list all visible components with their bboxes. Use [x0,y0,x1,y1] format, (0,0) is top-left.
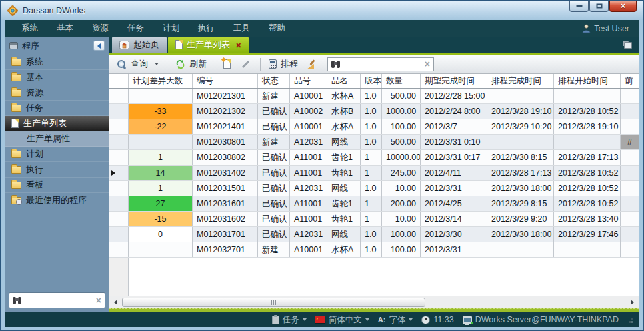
cell-num[interactable]: M012032701 [193,242,258,257]
cell-start[interactable] [554,135,621,149]
row-selector-cell[interactable] [109,166,129,180]
cell-name[interactable]: 网线 [327,181,361,196]
query-button[interactable]: 查询 [113,56,162,72]
column-header-expect[interactable]: 期望完成时间 [421,74,487,88]
cell-extra[interactable] [621,212,639,226]
table-row[interactable]: 14M012031402已确认A11001齿轮11245.002012/4/11… [109,166,639,181]
tab-home[interactable]: 起始页 [112,37,167,53]
cell-status[interactable]: 新建 [258,89,290,103]
cell-end[interactable]: 2012/3/30 18:00 [487,181,554,196]
cell-end[interactable]: 2012/3/28 17:13 [487,166,554,180]
menu-item[interactable]: 工具 [224,23,259,34]
status-language[interactable]: 简体中文 [315,314,369,326]
column-header-status[interactable]: 状态 [258,74,290,88]
toolbar-search-clear-icon[interactable]: × [425,59,430,69]
menu-item[interactable]: 基本 [47,23,83,34]
cell-name[interactable]: 水杯A [327,242,361,257]
sidebar-item[interactable]: 最近使用的程序 [5,193,109,208]
cell-expect[interactable]: 2012/4/25 [421,196,487,211]
table-row[interactable]: M012021301新建A10001水杯A1.0500.002012/2/28 … [109,89,639,104]
toolbar-search-input[interactable] [344,59,421,69]
cell-name[interactable]: 网线 [327,227,361,242]
cell-num[interactable]: M012021301 [193,89,258,103]
sidebar-item[interactable]: 计划 [5,147,109,162]
cell-extra[interactable] [621,119,639,134]
cell-end[interactable] [487,242,554,257]
cell-extra[interactable] [621,242,639,257]
cell-ver[interactable]: 1.0 [361,89,382,103]
cell-item[interactable]: A10002 [290,104,327,119]
cell-qty[interactable]: 500.00 [382,89,421,103]
table-row[interactable]: -33M012021302已确认A10002水杯B1.01000.002012/… [109,104,639,119]
column-header-num[interactable]: 编号 [193,74,258,88]
cell-diff[interactable] [129,89,193,103]
sidebar-item[interactable]: 看板 [5,178,109,193]
cell-item[interactable]: A10001 [290,89,327,103]
schedule-button[interactable]: 排程 [265,56,301,72]
scroll-left-icon[interactable] [111,298,120,307]
cell-expect[interactable]: 2012/3/31 [421,242,487,257]
resize-grip[interactable] [627,317,633,323]
cell-name[interactable]: 齿轮1 [327,166,361,180]
cell-qty[interactable]: 500.00 [382,135,421,149]
cell-item[interactable]: A11001 [290,150,327,165]
cell-start[interactable]: 2012/3/28 13:40 [554,212,621,226]
cell-num[interactable]: M012031701 [193,227,258,242]
cell-status[interactable]: 已确认 [258,196,290,211]
cell-name[interactable]: 水杯A [327,89,361,103]
cell-start[interactable]: 2012/3/28 10:52 [554,196,621,211]
cell-start[interactable]: 2012/3/28 17:13 [554,150,621,165]
menu-item[interactable]: 任务 [118,23,153,34]
cell-start[interactable]: 2012/3/28 10:52 [554,181,621,196]
table-row[interactable]: -22M012021401已确认A10001水杯A1.0100.002012/3… [109,119,639,135]
cell-item[interactable]: A12031 [290,135,327,149]
cell-diff[interactable] [129,135,193,149]
column-header-qty[interactable]: 数量 [382,74,421,88]
new-button[interactable] [220,56,234,72]
sidebar-search-input[interactable] [25,296,93,305]
cell-name[interactable]: 网线 [327,135,361,149]
cell-end[interactable]: 2012/3/29 9:20 [487,212,554,226]
cell-ver[interactable]: 1 [361,212,382,226]
cell-status[interactable]: 已确认 [258,212,290,226]
cell-name[interactable]: 齿轮1 [327,212,361,226]
cell-expect[interactable]: 2012/2/24 8:00 [421,104,487,119]
status-font[interactable]: A: 字体 [378,314,413,326]
sidebar-item[interactable]: 生产单属性 [5,131,109,147]
cell-diff[interactable] [129,242,193,257]
cell-item[interactable]: A10001 [290,119,327,134]
cell-extra[interactable] [621,196,639,211]
cell-qty[interactable]: 200.00 [382,196,421,211]
sidebar-item[interactable]: 基本 [5,70,109,85]
cell-status[interactable]: 已确认 [258,119,290,134]
cell-num[interactable]: M012030802 [193,150,258,165]
cell-extra[interactable] [621,89,639,103]
cell-status[interactable]: 已确认 [258,150,290,165]
cell-ver[interactable]: 1.0 [361,181,382,196]
cell-expect[interactable]: 2012/3/31 0:10 [421,135,487,149]
table-row[interactable]: 1M012031501已确认A12031网线1.010.002012/3/312… [109,181,639,196]
edit-button[interactable] [236,56,255,72]
cell-expect[interactable]: 2012/2/28 15:00 [421,89,487,103]
row-selector-cell[interactable] [109,242,129,257]
cell-diff[interactable]: 1 [129,150,193,165]
cell-status[interactable]: 已确认 [258,104,290,119]
cell-diff[interactable]: 27 [129,196,193,211]
cell-end[interactable] [487,89,554,103]
cell-expect[interactable]: 2012/4/11 [421,166,487,180]
cell-ver[interactable]: 1.0 [361,104,382,119]
cell-ver[interactable]: 1.0 [361,135,382,149]
column-header-end[interactable]: 排程完成时间 [487,74,554,88]
cell-start[interactable]: 2012/3/28 10:52 [554,166,621,180]
language-dropdown-icon[interactable] [365,318,369,321]
cell-status[interactable]: 已确认 [258,227,290,242]
row-selector-cell[interactable] [109,135,129,149]
cell-num[interactable]: M012031402 [193,166,258,180]
cell-qty[interactable]: 100.00 [382,242,421,257]
cell-qty[interactable]: 10.00 [382,212,421,226]
cell-expect[interactable]: 2012/3/31 [421,181,487,196]
sidebar-item[interactable]: 系统 [5,55,109,70]
tab-list-icon[interactable] [623,41,632,49]
cell-num[interactable]: M012031602 [193,212,258,226]
cell-name[interactable]: 齿轮1 [327,150,361,165]
